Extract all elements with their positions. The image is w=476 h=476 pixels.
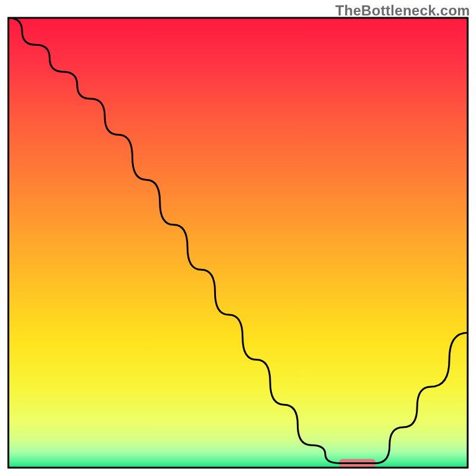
bottleneck-curve-chart bbox=[0, 0, 476, 476]
watermark-text: TheBottleneck.com bbox=[336, 2, 470, 19]
chart-stage: TheBottleneck.com bbox=[0, 0, 476, 476]
